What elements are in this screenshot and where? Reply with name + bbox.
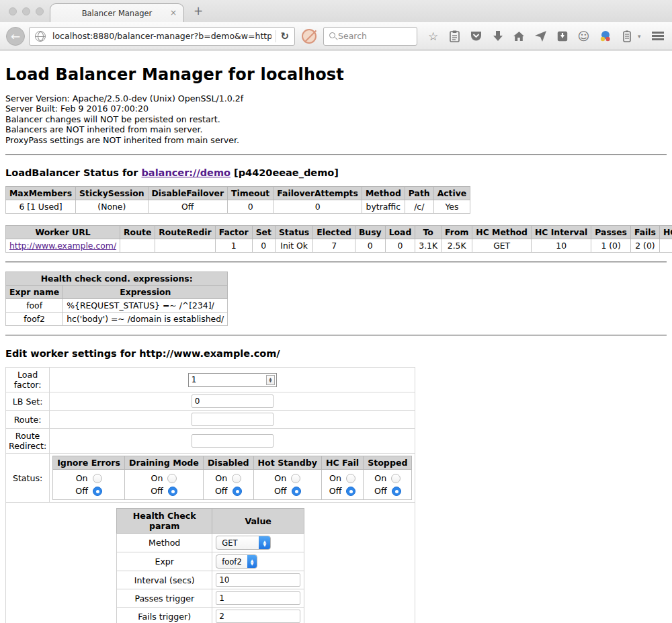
site-identity-globe-icon[interactable] [35, 31, 46, 42]
ignore-errors-options: On Off [53, 470, 125, 500]
bookmark-star-icon[interactable]: ☆ [427, 30, 439, 42]
ignore-errors-off-radio[interactable] [93, 487, 102, 496]
downloads-icon[interactable] [491, 30, 504, 42]
page-title: Load Balancer Manager for localhost [5, 50, 667, 84]
draining-mode-on-radio[interactable] [167, 474, 177, 483]
tab-balancer-manager[interactable]: Balancer Manager × [50, 3, 184, 22]
health-check-cell: Health Check param Value Method GET▲▼ Ex [6, 503, 415, 623]
zoom-window-button[interactable] [36, 7, 44, 15]
disabled-on-radio[interactable] [232, 474, 241, 483]
health-check-expressions-table: Health check cond. expressions: Expr nam… [5, 272, 228, 326]
pocket-icon[interactable] [470, 30, 482, 42]
new-tab-button[interactable]: + [194, 4, 203, 17]
server-info: Server Version: Apache/2.5.0-dev (Unix) … [5, 93, 667, 145]
toolbar-buttons: ☆ ☺ [427, 30, 641, 42]
load-factor-input[interactable]: 1 ▲▼ [188, 373, 277, 387]
cell-elected: 7 [313, 239, 355, 253]
balancer-demo-link[interactable]: balancer://demo [141, 167, 230, 178]
table-title-row: Health check cond. expressions: [6, 272, 228, 286]
load-factor-label: Load factor: [6, 368, 50, 392]
passes-cell [212, 589, 304, 608]
col-stopped: Stopped [364, 456, 412, 470]
home-icon[interactable] [513, 30, 526, 42]
col-fails: Fails [630, 226, 659, 239]
col-passes: Passes [591, 226, 631, 239]
search-bar[interactable]: Search [323, 27, 417, 46]
server-version-line: Server Version: Apache/2.5.0-dev (Unix) … [5, 93, 667, 103]
menu-hamburger-icon[interactable] [652, 32, 664, 40]
cell-status: Init Ok [275, 239, 312, 253]
hot-standby-off-radio[interactable] [292, 487, 301, 496]
minimize-window-button[interactable] [22, 7, 30, 15]
send-tab-icon[interactable] [534, 30, 547, 42]
route-cell [50, 411, 415, 429]
worker-url-link[interactable]: http://www.example.com/ [9, 241, 116, 251]
worker-status-table: Worker URL Route RouteRedir Factor Set S… [5, 225, 672, 253]
save-page-icon[interactable] [556, 30, 569, 42]
lb-set-input[interactable] [192, 394, 274, 408]
cell-active: Yes [433, 200, 470, 214]
cell-set: 0 [252, 239, 275, 253]
stopped-on-radio[interactable] [391, 474, 401, 483]
server-built-line: Server Built: Feb 9 2016 07:00:20 [5, 103, 667, 114]
cell-factor: 1 [215, 239, 252, 253]
fails-input[interactable] [216, 610, 300, 623]
cell-expression: hc('body') =~ /domain is established/ [63, 313, 228, 326]
search-icon [329, 32, 335, 38]
tab-title: Balancer Manager [82, 9, 153, 18]
load-factor-value[interactable]: 1 [189, 375, 266, 384]
overflow-caret-icon[interactable]: ▾ [638, 33, 641, 40]
back-button[interactable]: ← [6, 27, 25, 46]
route-redirect-input[interactable] [192, 434, 274, 448]
window-controls[interactable] [9, 7, 44, 15]
col-to: To [415, 226, 442, 239]
col-hc-param: Health Check param [117, 509, 212, 534]
interval-input[interactable] [216, 573, 300, 587]
colored-dots-extension-icon[interactable] [599, 30, 612, 42]
hc-row-method: Method GET▲▼ [117, 534, 304, 552]
col-method: Method [362, 187, 405, 200]
cell-expr-name: foof2 [6, 313, 63, 326]
cell-hc-interval: 10 [531, 239, 591, 253]
col-hc-fail: HC Fail [321, 456, 363, 470]
cell-passes: 1 (0) [591, 239, 631, 253]
form-row-route-redirect: Route Redirect: [6, 429, 415, 454]
chat-smiley-icon[interactable]: ☺ [577, 30, 590, 42]
stopped-off-radio[interactable] [392, 487, 401, 496]
hc-fail-options: On Off [321, 470, 363, 500]
fails-cell [212, 608, 304, 623]
adblock-disabled-icon[interactable] [302, 29, 317, 44]
expr-row: foof2 hc('body') =~ /domain is establish… [6, 313, 228, 326]
col-from: From [442, 226, 472, 239]
reload-icon[interactable]: ↻ [280, 30, 289, 42]
off-label: Off [75, 486, 88, 496]
expr-select[interactable]: foof2▲▼ [216, 554, 257, 569]
url-bar[interactable]: localhost:8880/balancer-manager?b=demo&w… [29, 27, 295, 46]
cell-hc-method: GET [472, 239, 532, 253]
url-input[interactable]: localhost:8880/balancer-manager?b=demo&w… [50, 31, 271, 41]
number-stepper-icon[interactable]: ▲▼ [266, 375, 275, 385]
select-stepper-icon: ▲▼ [259, 536, 270, 550]
ignore-errors-on-radio[interactable] [93, 474, 102, 483]
interval-cell [212, 571, 304, 589]
col-load: Load [385, 226, 415, 239]
close-window-button[interactable] [9, 7, 17, 15]
inherit-note-line: Balancers are NOT inherited from main se… [5, 124, 667, 134]
container-extension-icon[interactable] [620, 30, 633, 42]
passes-input[interactable] [216, 591, 300, 605]
hc-fail-on-radio[interactable] [346, 474, 355, 483]
route-input[interactable] [192, 413, 274, 426]
col-timeout: Timeout [228, 187, 274, 200]
tab-close-icon[interactable]: × [170, 8, 177, 17]
col-maxmembers: MaxMembers [6, 187, 76, 200]
disabled-off-radio[interactable] [233, 487, 242, 496]
hot-standby-on-radio[interactable] [291, 474, 300, 483]
clipboard-icon[interactable] [448, 30, 461, 42]
hc-fail-off-radio[interactable] [346, 487, 355, 496]
urlbar-divider [276, 30, 276, 42]
cell-route [120, 239, 155, 253]
loadbalancer-status-heading: LoadBalancer Status for balancer://demo … [5, 167, 667, 178]
method-select[interactable]: GET▲▼ [216, 536, 271, 550]
draining-mode-off-radio[interactable] [168, 487, 177, 496]
cell-routeredir [155, 239, 215, 253]
